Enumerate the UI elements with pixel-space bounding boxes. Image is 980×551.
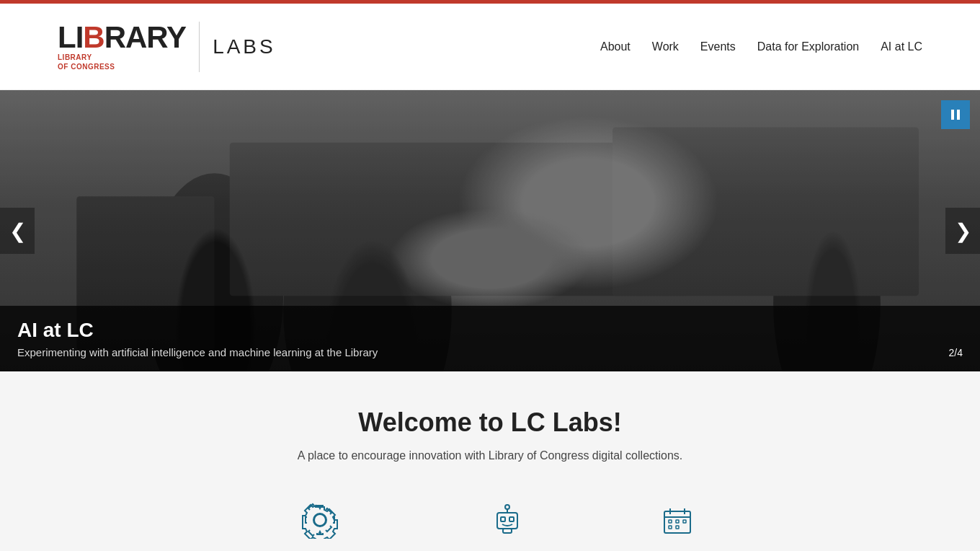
prev-icon: ❮ [9,219,26,243]
pause-button[interactable] [941,100,970,129]
main-nav: About Work Events Data for Exploration A… [600,40,922,53]
feature-cards: Experiments Da [58,498,922,551]
next-slide-button[interactable]: ❯ [945,208,980,254]
pause-icon [951,110,960,120]
slide-description: Experimenting with artificial intelligen… [17,346,963,358]
logo-labs: LABS [213,35,276,58]
svg-point-13 [505,505,509,509]
gear-icon [298,498,342,542]
slideshow: ❮ ❯ AI at LC Experimenting with artifici… [0,90,980,371]
welcome-subtitle: A place to encourage innovation with Lib… [58,449,922,462]
slide-title: AI at LC [17,319,963,342]
nav-ai-at-lc[interactable]: AI at LC [881,40,922,53]
next-icon: ❯ [955,219,971,243]
feature-card-experiments[interactable]: Experiments [281,498,359,551]
nav-about[interactable]: About [600,40,631,53]
welcome-title: Welcome to LC Labs! [58,407,922,438]
svg-rect-10 [501,517,505,521]
robot-icon [486,498,529,542]
logo-area: LIBRARY LIBRARY OF CONGRESS LABS [58,22,276,72]
svg-rect-5 [612,128,919,296]
svg-rect-22 [669,526,672,529]
logo-sub-line2: OF CONGRESS [58,63,115,71]
logo-sub: LIBRARY OF CONGRESS [58,53,186,71]
logo-text-block: LIBRARY LIBRARY OF CONGRESS [58,22,186,71]
slide-overlay: AI at LC Experimenting with artificial i… [0,306,980,371]
prev-slide-button[interactable]: ❮ [0,208,35,254]
svg-rect-23 [676,526,679,529]
slide-counter: 2/4 [949,347,963,358]
svg-rect-14 [503,529,512,533]
svg-point-8 [313,513,326,526]
header: LIBRARY LIBRARY OF CONGRESS LABS About W… [0,4,980,90]
nav-events[interactable]: Events [700,40,736,53]
svg-rect-21 [683,520,686,523]
feature-card-data[interactable]: Data for Exploration [445,498,569,551]
logo-divider [199,22,200,72]
logo-sub-line1: LIBRARY [58,53,92,61]
svg-point-7 [314,514,326,526]
logo-library: LIBRARY [58,22,186,53]
feature-card-events[interactable]: Events [656,498,699,551]
calendar-icon [656,498,699,542]
nav-data-for-exploration[interactable]: Data for Exploration [757,40,859,53]
svg-rect-20 [676,520,679,523]
nav-work[interactable]: Work [652,40,679,53]
main-content: Welcome to LC Labs! A place to encourage… [0,371,980,551]
svg-rect-11 [509,517,514,521]
svg-rect-19 [669,520,672,523]
